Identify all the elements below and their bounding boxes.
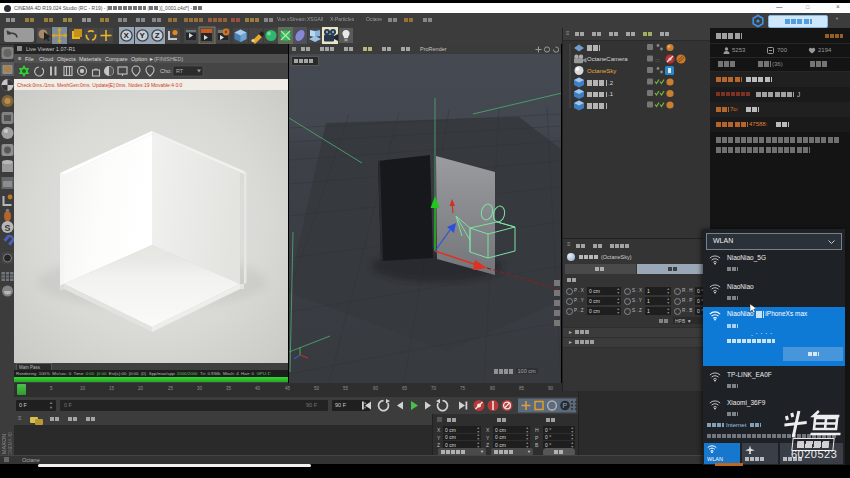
svg-text:MAXON: MAXON [1,434,7,454]
svg-text:S: S [5,223,11,233]
svg-text:Cho:: Cho: [160,68,172,74]
svg-text:X: X [124,31,130,40]
svg-text:Y: Y [140,31,146,40]
svg-text:CINEMA 4D: CINEMA 4D [8,431,13,456]
svg-text:Z: Z [155,31,160,40]
svg-text:RT: RT [176,68,184,74]
svg-text::::: ::: [655,57,660,63]
svg-text:P: P [563,402,568,409]
